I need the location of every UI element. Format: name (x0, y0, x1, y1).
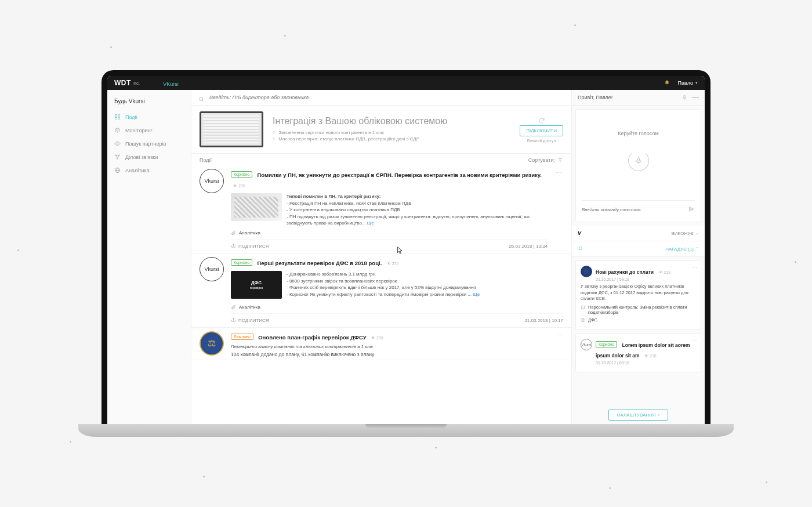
user-menu[interactable]: Павло ▾ (678, 80, 698, 86)
svg-point-11 (199, 97, 202, 100)
post-title[interactable]: Оновлено план-графік перевірок ДФСУ (258, 334, 366, 341)
post-more-menu[interactable]: ⋯ (554, 331, 563, 360)
laptop-mockup: WDT inc. VKursi Павло ▾ Будь Vkursi Поді… (102, 70, 710, 437)
chevron-right-icon: › (658, 412, 660, 418)
attachment[interactable]: Аналітика (231, 230, 548, 236)
notif-date: 31.10.2017 | 09:18 (596, 361, 696, 365)
promo-bullet: Масова перевірка: статус платника ПДВ, р… (273, 136, 510, 142)
search-input[interactable] (209, 92, 564, 103)
notif-avatar: Vkursi (581, 339, 592, 350)
tag-important: Важливо (231, 334, 253, 340)
bell-outline-icon (578, 246, 583, 252)
views-count: 218 (659, 270, 671, 274)
views-count: 235 (233, 184, 245, 188)
refresh-icon[interactable] (538, 116, 545, 123)
post: Vkursi Корисно Помилки у ПН, як уникнути… (191, 165, 571, 253)
sidebar-title: Будь Vkursi (107, 96, 191, 110)
top-nav: VKursi (163, 78, 179, 88)
svg-point-8 (118, 155, 119, 156)
settings-button[interactable]: НАЛАШТУВАННЯ › (608, 410, 669, 421)
avatar[interactable]: Vkursi (200, 257, 224, 281)
avatar-badge[interactable] (200, 331, 224, 356)
building-icon (581, 318, 585, 323)
notif-more-icon[interactable]: ⋯ (691, 265, 697, 271)
more-link[interactable]: Ще (367, 220, 374, 226)
tag-useful: Корисно (231, 171, 252, 178)
notif-meta: ДФС (581, 317, 696, 323)
notif-meta: Персональний контроль: Зміна реквізитів … (581, 305, 696, 315)
status-row-executes[interactable]: V ВИКОНУЄ⌄ (572, 226, 705, 241)
svg-point-6 (117, 143, 118, 144)
main: Інтеграція з Вашою обліковою системою За… (191, 90, 571, 424)
voice-control: Керуйте голосом (575, 109, 701, 222)
svg-rect-3 (118, 117, 119, 119)
sidebar-item-connections[interactable]: Ділові зв'язки (107, 150, 191, 164)
notification-list: ⋯ Нові рахунки до сплати 218 31.10.2017 … (572, 257, 705, 406)
post-more-menu[interactable]: ⋯ (554, 169, 563, 253)
notification[interactable]: ⋯ Нові рахунки до сплати 218 31.10.2017 … (575, 260, 701, 330)
chevron-up-icon: ⌃ (695, 247, 699, 251)
user-name: Павло (678, 80, 693, 86)
sidebar-item-analytics[interactable]: Аналітика (107, 164, 191, 177)
sort-control[interactable]: Сортувати: (528, 157, 563, 163)
notification[interactable]: ⋯ Vkursi Корисно Lorem ipsum dolor sit a… (575, 334, 701, 372)
attachment[interactable]: Аналітика (231, 305, 563, 310)
notif-avatar (581, 266, 592, 277)
sidebar-label: Пошук партнерів (125, 141, 166, 147)
laptop-base (78, 424, 734, 437)
sidebar-label: Ділові зв'язки (125, 154, 158, 160)
svg-point-5 (117, 129, 118, 131)
feed: Vkursi Корисно Помилки у ПН, як уникнути… (191, 165, 571, 360)
notif-more-icon[interactable]: ⋯ (691, 338, 697, 344)
share-icon (231, 317, 236, 324)
feed-title: Події (200, 157, 212, 163)
feed-header: Події Сортувати: (191, 154, 571, 165)
search-row (191, 90, 571, 106)
post-title[interactable]: Помилки у ПН, як уникнути до реєстрації … (258, 172, 542, 178)
promo-title: Інтеграція з Вашою обліковою системою (273, 116, 510, 126)
voice-hint: Керуйте голосом (582, 131, 695, 136)
svg-point-7 (115, 155, 117, 156)
post-subtitle: Перевірити власну компанію та ключових к… (231, 344, 548, 349)
rpane-header: Привіт, Павле! — (572, 90, 705, 106)
command-input[interactable] (582, 207, 685, 212)
post-content: ДФС перевірка - Донараховано зобов'язань… (231, 271, 563, 301)
tag-useful: Корисно (231, 259, 252, 266)
views-count: 218 (644, 354, 657, 358)
share-button[interactable]: ПОДІЛИТИСЯ (231, 317, 269, 324)
target-icon (114, 127, 121, 133)
sidebar-label: Аналітика (125, 168, 150, 173)
sidebar-item-monitoring[interactable]: Моніторинг (107, 124, 191, 137)
brand-sub: inc. (133, 81, 140, 86)
svg-rect-1 (118, 114, 119, 116)
svg-rect-0 (115, 114, 117, 116)
send-icon[interactable] (688, 204, 695, 215)
sidebar-item-events[interactable]: Події (107, 110, 191, 124)
post: Vkursi Корисно Перші результати перевіро… (191, 253, 571, 328)
mic-button[interactable] (628, 150, 649, 171)
views-count: 235 (387, 262, 399, 266)
promo-image (200, 111, 263, 147)
share-button[interactable]: ПОДІЛИТИСЯ (231, 243, 269, 249)
more-link[interactable]: Ще (473, 292, 480, 297)
post-thumbnail: ДФС перевірка (231, 271, 282, 299)
minimize-icon[interactable]: — (692, 93, 699, 102)
notif-date: 31.10.2017 | 09:18 (596, 277, 696, 281)
status-row-reminds[interactable]: НАГАДУЄ (1)⌃ (572, 241, 705, 257)
mic-icon[interactable] (682, 95, 687, 100)
sidebar: Будь Vkursi Події Моніторинг Пошук партн… (107, 90, 191, 424)
post-title[interactable]: Перші результати перевірок ДФС в 2018 ро… (258, 260, 382, 266)
topbar: WDT inc. VKursi Павло ▾ (107, 76, 705, 90)
views-count: 235 (371, 336, 383, 340)
post-thumbnail (231, 193, 282, 221)
notif-text: У зв'язку з реорганізацією Офісу великих… (581, 284, 696, 302)
sidebar-label: Події (125, 114, 137, 120)
eye-icon (114, 140, 121, 147)
sidebar-item-search-partners[interactable]: Пошук партнерів (107, 137, 191, 150)
avatar[interactable]: Vkursi (200, 169, 224, 193)
chevron-down-icon: ⌄ (695, 231, 699, 236)
greeting: Привіт, Павле! (578, 95, 612, 100)
bell-icon[interactable] (664, 80, 670, 86)
connect-button[interactable]: ПІДКЛЮЧИТИ (520, 125, 563, 136)
svg-rect-2 (115, 117, 117, 119)
